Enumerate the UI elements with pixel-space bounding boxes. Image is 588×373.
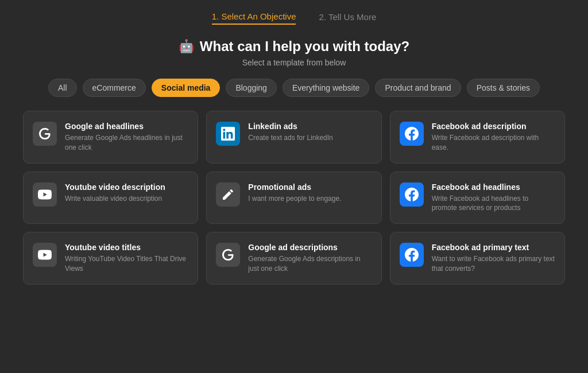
card-google-ad-headlines-text: Google ad headlines Generate Google Ads … xyxy=(65,122,188,153)
page-title-text: What can I help you with today? xyxy=(200,38,409,55)
robot-icon: 🤖 xyxy=(179,39,194,54)
filter-product-brand[interactable]: Product and brand xyxy=(375,79,461,97)
card-youtube-video-description-text: Youtube video description Write valuable… xyxy=(65,182,188,204)
filter-bar: All eCommerce Social media Blogging Ever… xyxy=(48,79,540,97)
facebook-icon-3 xyxy=(400,243,424,267)
card-youtube-video-titles-title: Youtube video titles xyxy=(65,243,188,252)
card-youtube-video-titles[interactable]: Youtube video titles Writing YouTube Vid… xyxy=(23,232,198,285)
card-google-ad-headlines[interactable]: Google ad headlines Generate Google Ads … xyxy=(23,111,198,164)
page-title: 🤖 What can I help you with today? xyxy=(179,38,409,55)
step-1[interactable]: 1. Select An Objective xyxy=(212,11,296,25)
filter-blogging[interactable]: Blogging xyxy=(226,79,277,97)
card-facebook-ad-headlines[interactable]: Facebook ad headlines Write Facebook ad … xyxy=(390,172,565,224)
card-google-ad-descriptions[interactable]: Google ad descriptions Generate Google A… xyxy=(206,232,381,285)
pencil-icon xyxy=(216,182,240,207)
card-facebook-ad-headlines-desc: Write Facebook ad headlines to promote s… xyxy=(432,194,555,213)
page-header: 🤖 What can I help you with today? Select… xyxy=(179,38,409,67)
card-google-ad-descriptions-desc: Generate Google Ads descriptions in just… xyxy=(248,254,372,274)
card-youtube-video-titles-text: Youtube video titles Writing YouTube Vid… xyxy=(65,243,188,274)
card-facebook-ad-description[interactable]: Facebook ad description Write Facebook a… xyxy=(390,111,565,164)
card-linkedin-ads-text: Linkedin ads Create text ads for LinkedI… xyxy=(248,122,372,143)
filter-everything-website[interactable]: Everything website xyxy=(283,79,370,97)
step-1-label: 1. Select An Objective xyxy=(212,11,296,21)
page-subtitle: Select a template from below xyxy=(179,58,409,67)
facebook-icon-1 xyxy=(400,122,424,146)
card-facebook-ad-primary-text[interactable]: Facebook ad primary text Want to write F… xyxy=(390,232,565,285)
card-youtube-video-titles-desc: Writing YouTube Video Titles That Drive … xyxy=(65,254,188,274)
card-facebook-ad-description-desc: Write Facebook ad description with ease. xyxy=(432,133,555,153)
filter-all[interactable]: All xyxy=(48,79,77,97)
card-facebook-ad-primary-text-text: Facebook ad primary text Want to write F… xyxy=(432,243,555,274)
google-icon xyxy=(33,122,57,146)
card-facebook-ad-description-text: Facebook ad description Write Facebook a… xyxy=(432,122,555,153)
card-youtube-video-description-desc: Write valuable video description xyxy=(65,194,188,204)
filter-ecommerce[interactable]: eCommerce xyxy=(83,79,146,97)
cards-grid: Google ad headlines Generate Google Ads … xyxy=(23,111,565,285)
card-google-ad-descriptions-text: Google ad descriptions Generate Google A… xyxy=(248,243,372,274)
facebook-icon-2 xyxy=(400,182,424,207)
card-google-ad-descriptions-title: Google ad descriptions xyxy=(248,243,372,252)
filter-posts-stories[interactable]: Posts & stories xyxy=(467,79,540,97)
card-promotional-ads-desc: I want more people to engage. xyxy=(248,194,372,204)
card-youtube-video-description[interactable]: Youtube video description Write valuable… xyxy=(23,172,198,224)
card-youtube-video-description-title: Youtube video description xyxy=(65,182,188,192)
filter-social-media[interactable]: Social media xyxy=(152,79,220,97)
card-facebook-ad-primary-text-desc: Want to write Facebook ads primary text … xyxy=(432,254,555,274)
card-facebook-ad-primary-text-title: Facebook ad primary text xyxy=(432,243,555,252)
card-promotional-ads[interactable]: Promotional ads I want more people to en… xyxy=(206,172,381,224)
google-icon-2 xyxy=(216,243,240,267)
card-linkedin-ads[interactable]: Linkedin ads Create text ads for LinkedI… xyxy=(206,111,381,164)
linkedin-icon xyxy=(216,122,240,146)
card-facebook-ad-headlines-text: Facebook ad headlines Write Facebook ad … xyxy=(432,182,555,213)
card-facebook-ad-headlines-title: Facebook ad headlines xyxy=(432,182,555,192)
step-2[interactable]: 2. Tell Us More xyxy=(319,12,376,24)
card-google-ad-headlines-title: Google ad headlines xyxy=(65,122,188,131)
card-promotional-ads-title: Promotional ads xyxy=(248,182,372,192)
card-linkedin-ads-title: Linkedin ads xyxy=(248,122,372,131)
youtube-icon-2 xyxy=(33,243,57,267)
card-promotional-ads-text: Promotional ads I want more people to en… xyxy=(248,182,372,204)
step-2-label: 2. Tell Us More xyxy=(319,12,376,22)
card-linkedin-ads-desc: Create text ads for LinkedIn xyxy=(248,133,372,143)
youtube-icon-1 xyxy=(33,182,57,207)
steps-navigation: 1. Select An Objective 2. Tell Us More xyxy=(212,11,377,25)
card-google-ad-headlines-desc: Generate Google Ads headlines in just on… xyxy=(65,133,188,153)
card-facebook-ad-description-title: Facebook ad description xyxy=(432,122,555,131)
